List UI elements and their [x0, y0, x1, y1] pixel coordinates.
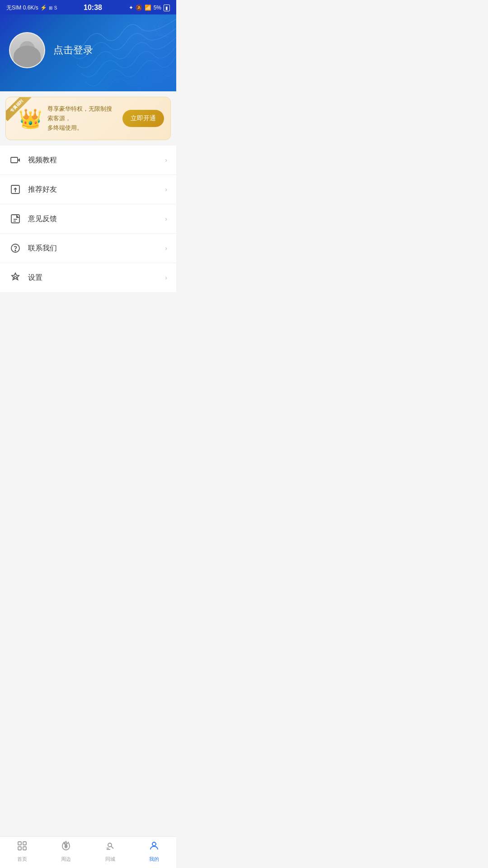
svg-point-8 [15, 250, 16, 251]
svg-rect-13 [18, 847, 21, 850]
nav-item-home[interactable]: 首页 [0, 840, 44, 863]
bluetooth-icon: ✦ [129, 5, 133, 11]
mute-icon: 🔕 [136, 5, 142, 11]
premium-badge-wrap: 专属福利 [6, 97, 31, 123]
svg-rect-11 [18, 842, 21, 845]
nav-label-mine: 我的 [149, 856, 159, 863]
search-list-icon [105, 840, 116, 854]
premium-badge: 专属福利 [6, 97, 31, 121]
premium-description: 尊享豪华特权，无限制搜索客源， 多终端使用。 [47, 104, 117, 132]
chevron-right-icon: › [165, 186, 167, 193]
home-grid-icon [17, 840, 28, 854]
premium-card: 专属福利 👑 尊享豪华特权，无限制搜索客源， 多终端使用。 立即开通 [5, 97, 171, 140]
premium-activate-button[interactable]: 立即开通 [122, 110, 164, 127]
login-button[interactable]: 点击登录 [53, 43, 93, 57]
menu-item-settings[interactable]: 设置 › [0, 263, 176, 292]
menu-item-feedback[interactable]: 意见反馈 › [0, 204, 176, 234]
nav-item-mine[interactable]: 我的 [132, 840, 177, 863]
share-icon [9, 183, 22, 196]
help-icon [9, 242, 22, 255]
header-banner[interactable]: 点击登录 [0, 14, 176, 91]
chevron-right-icon: › [165, 156, 167, 164]
avatar[interactable] [9, 32, 45, 68]
wifi-icon: 📶 [145, 5, 151, 11]
sim-icon: ⊞ [49, 5, 52, 10]
storage-icon: S [54, 5, 57, 10]
menu-list: 视频教程 › 推荐好友 › [0, 146, 176, 292]
chevron-right-icon: › [165, 274, 167, 281]
menu-label-refer: 推荐好友 [28, 185, 165, 194]
status-left: 无SIM 0.6K/s ⚡ ⊞ S [6, 4, 57, 12]
video-icon [9, 154, 22, 166]
nav-label-home: 首页 [17, 856, 27, 863]
svg-rect-0 [11, 157, 18, 163]
menu-label-contact: 联系我们 [28, 244, 165, 253]
fire-icon [61, 840, 71, 854]
person-icon [149, 840, 160, 854]
status-time: 10:38 [84, 4, 102, 12]
settings-icon [9, 271, 22, 284]
usb-icon: ⚡ [40, 5, 47, 11]
menu-item-contact[interactable]: 联系我们 › [0, 234, 176, 263]
avatar-placeholder [10, 33, 44, 67]
nav-label-city: 同城 [105, 856, 115, 863]
edit-icon [9, 212, 22, 225]
nav-item-nearby[interactable]: 周边 [44, 840, 89, 863]
svg-point-19 [152, 842, 156, 846]
menu-item-refer[interactable]: 推荐好友 › [0, 175, 176, 204]
chevron-right-icon: › [165, 245, 167, 252]
signal-text: 无SIM 0.6K/s [6, 4, 38, 12]
chevron-right-icon: › [165, 215, 167, 222]
battery-text: 5% [154, 5, 161, 11]
menu-label-video: 视频教程 [28, 156, 165, 165]
menu-label-feedback: 意见反馈 [28, 214, 165, 224]
svg-rect-12 [23, 842, 26, 845]
svg-point-10 [14, 277, 17, 279]
menu-label-settings: 设置 [28, 273, 165, 283]
battery-icon: ▮ [164, 5, 170, 11]
svg-point-15 [108, 843, 112, 847]
svg-rect-4 [11, 215, 19, 223]
svg-rect-14 [23, 847, 26, 850]
svg-line-16 [111, 846, 113, 849]
bottom-nav: 首页 周边 同城 我的 [0, 836, 176, 868]
nav-item-city[interactable]: 同城 [88, 840, 132, 863]
status-bar: 无SIM 0.6K/s ⚡ ⊞ S 10:38 ✦ 🔕 📶 5% ▮ [0, 0, 176, 14]
menu-item-video[interactable]: 视频教程 › [0, 146, 176, 175]
nav-label-nearby: 周边 [61, 856, 71, 863]
status-right: ✦ 🔕 📶 5% ▮ [129, 5, 170, 11]
